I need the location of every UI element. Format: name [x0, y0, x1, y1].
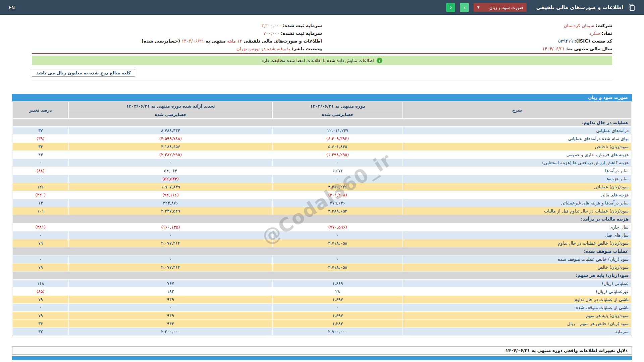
table-row: سال‌های قبل۰۰۰ — [13, 231, 631, 239]
company-name-value: سیمان کردستان — [564, 23, 594, 28]
section-label: هزینه مالیات بر درآمد: — [13, 215, 631, 223]
col-subheader-audited-prior: حسابرسی شده — [69, 110, 273, 118]
row-prior-value: ۰ — [69, 159, 273, 167]
page-title: اطلاعات و صورت‌های مالی تلفیقی — [536, 4, 623, 10]
row-current-value: ۲,۹۰۰,۰۰۰ — [273, 328, 402, 336]
row-change-value: ۳۶ — [13, 320, 68, 327]
table-row: هزینه های مالی(۳۰۱,۲۰۸)(۹۴,۱۶۶)(۲۲۰) — [13, 191, 631, 199]
table-row: سود(زیان) خالص عملیات در حال تداوم۳,۷۱۸,… — [13, 239, 631, 247]
row-prior-value: (۹۴,۱۶۶) — [69, 191, 273, 199]
row-label: عملیاتی (ریال) — [403, 280, 631, 287]
table-row: سود(زیان) خالص۳,۷۱۸,۰۵۸۲,۰۷۷,۴۱۴۷۹ — [13, 263, 631, 271]
row-label: سود(زیان) پایه هر سهم — [403, 312, 631, 319]
row-current-value: (۷۷۰,۵۹۶) — [273, 223, 402, 231]
section-label: عملیات متوقف شده: — [13, 247, 631, 255]
row-current-value: ۳,۷۱۸,۰۵۸ — [273, 263, 402, 271]
row-prior-value: ۱,۹۰۷,۸۳۹ — [69, 183, 273, 191]
row-change-value: ۳۴ — [13, 143, 68, 150]
table-row: عملیاتی (ریال)۱,۶۶۹۷۶۷۱۱۸ — [13, 280, 631, 287]
symbol-field: نماد: سکرد — [322, 30, 612, 37]
col-header-current-period: دوره منتهی به ۱۴۰۴/۰۶/۳۱ — [273, 102, 402, 110]
registered-capital-value: ۲,۲۰۰,۰۰۰ — [261, 23, 281, 28]
unregistered-capital-field: سرمایه ثبت نشده: ۷۰۰,۰۰۰ — [32, 30, 322, 37]
section-row: عملیات در حال تداوم: — [13, 119, 631, 126]
row-change-value: ۴۳ — [13, 151, 68, 159]
row-current-value: ۴۷۹,۶۳۶ — [273, 199, 402, 207]
row-label: هزینه کاهش ارزش دریافتنی ها (هزینه استثن… — [403, 159, 631, 167]
row-current-value: ۱,۶۹۷ — [273, 312, 402, 319]
row-current-value: (۶,۴۰۹,۳۹۲) — [273, 135, 402, 142]
unregistered-capital-value: ۷۰۰,۰۰۰ — [263, 31, 279, 36]
symbol-value: سکرد — [589, 31, 600, 36]
row-current-value: ۰ — [273, 304, 402, 311]
table-row: سود(زیان) عملیات در حال تداوم قبل از مال… — [13, 207, 631, 215]
table-row: سایر درآمدها۶,۶۷۶۵۴,۰۱۲(۸۸) — [13, 167, 631, 175]
row-prior-value: ۲,۲۳۷,۵۴۹ — [69, 207, 273, 215]
registered-capital-field: سرمایه ثبت شده: ۲,۲۰۰,۰۰۰ — [32, 22, 322, 29]
registered-capital-label: سرمایه ثبت شده: — [283, 23, 322, 28]
row-prior-value: ۲,۲۰۰,۰۰۰ — [69, 328, 273, 336]
row-label: درآمدهای عملیاتی — [403, 127, 631, 134]
report-icon — [628, 4, 635, 11]
row-label: سود(زیان) خالص عملیات در حال تداوم — [403, 239, 631, 247]
publisher-status-value: پذیرفته شده در بورس تهران — [236, 46, 290, 51]
statement-type-dropdown[interactable]: صورت سود و زیان ▼ — [474, 3, 527, 12]
row-prior-value: ۹۴۴ — [69, 320, 273, 327]
row-prior-value: ۸,۷۸۸,۴۴۴ — [69, 127, 273, 134]
table-row: سود(زیان) پایه هر سهم۱,۶۹۷۹۴۹۷۹ — [13, 312, 631, 319]
statement-table-body: عملیات در حال تداوم:درآمدهای عملیاتی۱۲,۰… — [13, 119, 631, 336]
row-prior-value: ۱۸۲ — [69, 288, 273, 295]
row-prior-value: (۵۲,۵۳۴) — [69, 175, 273, 183]
fiscal-year-value: ۱۴۰۴/۰۶/۳۱ — [542, 46, 565, 51]
row-current-value: ۰ — [273, 159, 402, 167]
row-change-value: ۰ — [13, 304, 68, 311]
nav-back-button[interactable]: ‹ — [460, 3, 469, 12]
row-change-value: (۳۸۱) — [13, 223, 68, 231]
row-prior-value: ۷۶۷ — [69, 280, 273, 287]
row-change-value: ۱۳ — [13, 199, 68, 207]
table-row: هزینه کاهش ارزش دریافتنی ها (هزینه استثن… — [13, 159, 631, 167]
row-change-value: -- — [13, 175, 68, 183]
row-prior-value: ۰ — [69, 255, 273, 263]
table-row: سود(زیان) عملیاتی۴,۳۱۰,۲۲۶۱,۹۰۷,۸۳۹۱۲۶ — [13, 183, 631, 191]
reasons-section-title: دلایل تغییرات اطلاعات واقعی دوره منتهی ب… — [12, 346, 632, 355]
topbar: اطلاعات و صورت‌های مالی تلفیقی صورت سود … — [0, 0, 644, 15]
publisher-status-field: وضعیت ناشر: پذیرفته شده در بورس تهران — [32, 45, 322, 52]
row-current-value: ۱,۲۸۲ — [273, 320, 402, 327]
row-current-value: (۱,۲۹۸,۲۹۵) — [273, 151, 402, 159]
row-change-value: ۷۹ — [13, 239, 68, 247]
row-label: سال‌های قبل — [403, 231, 631, 239]
row-change-value: ۰ — [13, 231, 68, 239]
row-label: هزینه های مالی — [403, 191, 631, 199]
row-prior-value: ۹۴۹ — [69, 296, 273, 303]
row-current-value: ۰ — [273, 255, 402, 263]
income-statement: صورت سود و زیان شرح دوره منتهی به ۱۴۰۴/۰… — [12, 94, 632, 336]
row-prior-value: (۲,۲۸۲,۲۹۵) — [69, 151, 273, 159]
table-row: سال جاری(۷۷۰,۵۹۶)(۱۶۰,۱۳۵)(۳۸۱) — [13, 223, 631, 231]
section-divider — [32, 80, 612, 80]
row-current-value: ۰ — [273, 231, 402, 239]
row-current-value: ۴,۳۱۰,۲۲۶ — [273, 183, 402, 191]
table-row: سود (زیان) خالص عملیات متوقف شده۰۰۰ — [13, 255, 631, 263]
row-change-value: ۰ — [13, 159, 68, 167]
fiscal-year-label: سال مالی منتهی به: — [566, 46, 612, 51]
row-prior-value: ۲,۰۷۷,۴۱۴ — [69, 239, 273, 247]
row-change-value: (۸۵) — [13, 288, 68, 295]
row-label: سود (زیان) خالص هر سهم – ریال — [403, 320, 631, 327]
language-toggle[interactable]: EN — [9, 5, 15, 10]
statement-title: صورت سود و زیان — [12, 94, 632, 101]
table-row: هزینه های فروش، اداری و عمومی(۱,۲۹۸,۲۹۵)… — [13, 151, 631, 159]
table-row: سود(زیان) ناخالص۵,۶۰۱,۸۴۵۴,۱۸۸,۶۵۶۳۴ — [13, 143, 631, 150]
row-current-value: ۱,۶۶۹ — [273, 280, 402, 287]
isic-field: کد صنعت (ISIC): ۵۳۹۴۱۹ — [322, 38, 612, 44]
table-row: غیرعملیاتی (ریال)۲۸۱۸۲(۸۵) — [13, 288, 631, 295]
row-label: سایر درآمدها و هزینه های غیرعملیاتی — [403, 199, 631, 207]
row-current-value: ۶,۶۷۶ — [273, 167, 402, 175]
row-prior-value: ۲,۰۷۷,۴۱۴ — [69, 263, 273, 271]
table-row: ناشی از عملیات در حال تداوم۱,۶۹۷۹۴۹۷۹ — [13, 296, 631, 303]
table-row: سایر درآمدها و هزینه های غیرعملیاتی۴۷۹,۶… — [13, 199, 631, 207]
info-icon: i — [377, 58, 382, 63]
nav-forward-button[interactable]: › — [446, 3, 455, 12]
row-change-value: (۳۹) — [13, 135, 68, 142]
row-label: سود (زیان) خالص عملیات متوقف شده — [403, 255, 631, 263]
